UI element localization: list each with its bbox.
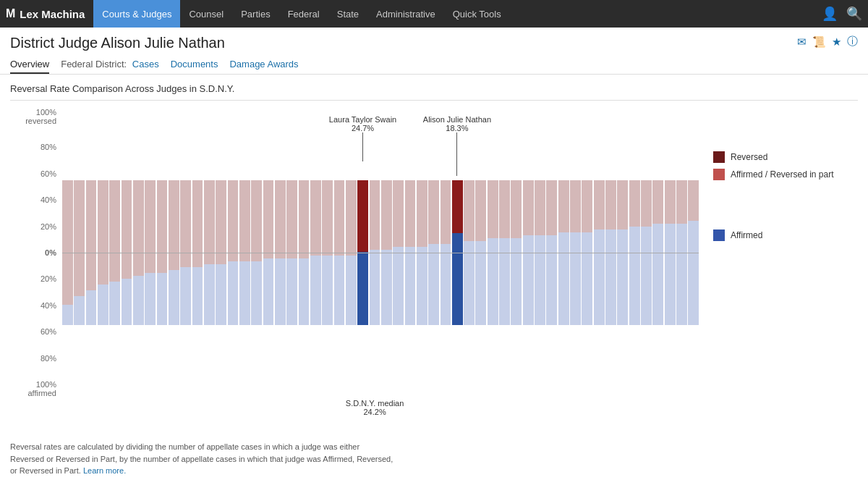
bar-bottom bbox=[169, 270, 179, 325]
bar-top bbox=[499, 180, 510, 238]
bar-bottom bbox=[133, 276, 144, 325]
chart-legend: Reversed Affirmed / Reversed in part Aff… bbox=[713, 108, 858, 434]
bar-bottom bbox=[310, 256, 321, 325]
bar-top bbox=[357, 180, 368, 252]
x-axis-bottom: S.D.N.Y. median 24.2% bbox=[62, 397, 699, 434]
bar-bottom bbox=[511, 238, 522, 325]
page-header: District Judge Alison Julie Nathan ✉ 📜 ★… bbox=[0, 28, 868, 75]
bar-top bbox=[523, 180, 534, 235]
legend-affirmed: Affirmed bbox=[713, 229, 858, 241]
y-label-80: 80% bbox=[10, 143, 56, 151]
page-tabs: Overview Federal District: Cases Documen… bbox=[10, 56, 858, 74]
bar-bottom bbox=[251, 261, 262, 325]
bar-bottom bbox=[334, 256, 345, 325]
bar-bottom bbox=[617, 229, 628, 325]
search-icon[interactable]: 🔍 bbox=[846, 6, 862, 22]
y-axis: 100% reversed 80% 60% 40% 20% 0% 20% 40%… bbox=[10, 108, 62, 397]
legend-affirmed-reversed: Affirmed / Reversed in part bbox=[713, 169, 858, 180]
bars-wrapper: Laura Taylor Swain 24.7% Alison Julie Na… bbox=[62, 108, 699, 397]
bar-bottom bbox=[322, 256, 333, 325]
bar-bottom bbox=[122, 279, 132, 325]
bar-top bbox=[62, 180, 73, 305]
bar-bottom bbox=[346, 256, 357, 325]
nav-state[interactable]: State bbox=[328, 0, 367, 28]
bar-top bbox=[334, 180, 345, 256]
bar-top bbox=[133, 180, 144, 276]
chart-container: 100% reversed 80% 60% 40% 20% 0% 20% 40%… bbox=[10, 108, 858, 434]
bar-top bbox=[370, 180, 380, 250]
bar-top bbox=[169, 180, 179, 270]
user-icon[interactable]: 👤 bbox=[822, 6, 838, 22]
bar-top bbox=[558, 180, 569, 232]
bar-bottom bbox=[558, 232, 569, 325]
legend-reversed-box bbox=[713, 151, 725, 163]
bar-top bbox=[441, 180, 451, 244]
zero-line bbox=[62, 253, 699, 253]
nav-administrative[interactable]: Administrative bbox=[367, 0, 444, 28]
email-icon[interactable]: ✉ bbox=[797, 35, 807, 49]
bar-bottom bbox=[263, 258, 274, 325]
median-value: 24.2% bbox=[346, 408, 404, 416]
star-icon[interactable]: ★ bbox=[832, 35, 841, 49]
footnote: Reversal rates are calculated by dividin… bbox=[0, 434, 405, 487]
y-label-100rev: 100% reversed bbox=[10, 108, 56, 125]
bar-top bbox=[488, 180, 498, 238]
bar-bottom bbox=[180, 267, 191, 325]
bar-bottom bbox=[535, 235, 545, 325]
bar-bottom bbox=[62, 305, 73, 325]
bar-top bbox=[665, 180, 676, 224]
bar-bottom bbox=[239, 261, 250, 325]
bar-bottom bbox=[594, 229, 605, 325]
bar-top bbox=[251, 180, 262, 261]
brand-logo[interactable]: M Lex Machina bbox=[6, 7, 85, 20]
bar-top bbox=[546, 180, 557, 235]
tab-federal-district[interactable]: Federal District: Cases bbox=[61, 56, 159, 74]
bar-top bbox=[381, 180, 392, 250]
bar-bottom bbox=[275, 258, 286, 325]
bar-bottom bbox=[464, 241, 475, 325]
page-title: District Judge Alison Julie Nathan bbox=[10, 35, 225, 51]
bar-top bbox=[346, 180, 357, 256]
bar-top bbox=[216, 180, 226, 264]
bar-bottom bbox=[145, 273, 156, 325]
bar-top bbox=[192, 180, 203, 267]
footnote-learn-more[interactable]: Learn more. bbox=[83, 466, 126, 475]
bar-bottom bbox=[74, 296, 85, 325]
nav-parties[interactable]: Parties bbox=[232, 0, 278, 28]
y-label-20: 20% bbox=[10, 222, 56, 231]
legend-spacer bbox=[713, 186, 858, 229]
help-icon[interactable]: ⓘ bbox=[847, 35, 858, 49]
bar-top bbox=[652, 180, 663, 224]
bar-bottom bbox=[452, 233, 463, 325]
bar-top bbox=[570, 180, 581, 232]
bar-top bbox=[582, 180, 592, 232]
bar-top bbox=[180, 180, 191, 267]
bar-top bbox=[617, 180, 628, 229]
bar-bottom bbox=[441, 244, 451, 325]
tab-overview[interactable]: Overview bbox=[10, 56, 49, 74]
nav-federal[interactable]: Federal bbox=[279, 0, 328, 28]
bar-top bbox=[641, 180, 652, 227]
nav-quick-tools[interactable]: Quick Tools bbox=[444, 0, 510, 28]
bar-bottom bbox=[357, 252, 368, 325]
bar-bottom bbox=[688, 221, 699, 325]
tab-damage-awards[interactable]: Damage Awards bbox=[229, 56, 298, 74]
legend-reversed: Reversed bbox=[713, 151, 858, 163]
y-label-20b: 20% bbox=[10, 274, 56, 283]
bar-top bbox=[157, 180, 168, 273]
bar-top bbox=[688, 180, 699, 221]
legend-affirmed-reversed-box bbox=[713, 169, 725, 180]
bar-top bbox=[594, 180, 605, 229]
bar-bottom bbox=[286, 258, 297, 325]
bar-bottom bbox=[228, 261, 239, 325]
nav-counsel[interactable]: Counsel bbox=[180, 0, 232, 28]
bar-bottom bbox=[676, 224, 687, 325]
bar-top bbox=[299, 180, 310, 258]
bar-bottom bbox=[570, 232, 581, 325]
bar-top bbox=[122, 180, 132, 279]
download-icon[interactable]: 📜 bbox=[812, 35, 826, 49]
nav-courts-judges[interactable]: Courts & Judges bbox=[93, 0, 180, 28]
m-logo-icon: M bbox=[6, 7, 15, 20]
bar-bottom bbox=[665, 224, 676, 325]
tab-documents[interactable]: Documents bbox=[171, 56, 218, 74]
